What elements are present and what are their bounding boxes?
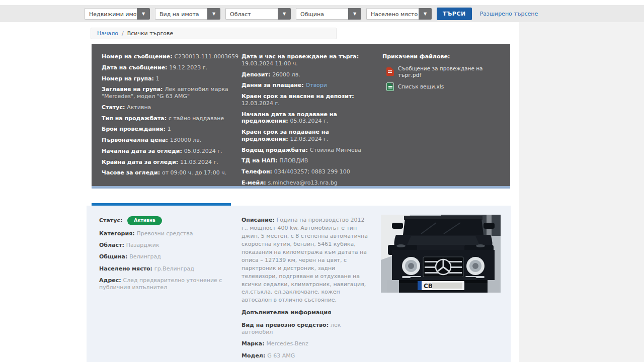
field-row: Адрес: След предварително уточнение с пу…	[99, 277, 236, 292]
field-value: 130000 лв.	[170, 137, 202, 143]
breadcrumb-current: Всички търгове	[127, 30, 173, 37]
file-link-pdf[interactable]: Съобщение за провеждане на търг.pdf	[386, 65, 503, 78]
pdf-file-icon	[386, 67, 394, 76]
field-value: ПЛОВДИВ	[279, 157, 308, 164]
field-label: Община:	[99, 253, 129, 260]
status-row: Статус: Активна	[99, 216, 236, 225]
field-value: гр.Велинград	[154, 265, 194, 272]
field-row: Статус: Активна	[102, 104, 242, 111]
field-label: Депозит:	[242, 71, 272, 78]
vehicle-photo[interactable]: СВ	[381, 215, 501, 293]
field-value: от 09:00 ч. до 17:00 ч.	[162, 169, 226, 176]
file-link-xls[interactable]: Списък вещи.xls	[386, 82, 503, 91]
field-label: ТД на НАП:	[242, 157, 279, 164]
field-row: Краен срок за внасяне на депозит: 12.03.…	[242, 93, 371, 107]
field-value: 1	[168, 126, 171, 132]
auction-panel-column-1: Номер на съобщение: C230013-111-0003659 …	[102, 53, 242, 180]
field-value: 12.03.2024 г.	[242, 100, 280, 107]
chevron-down-icon[interactable]: ▼	[278, 8, 291, 20]
field-label: Часове за огледи:	[102, 169, 162, 176]
field-row: Марка: Mercedes-Benz	[242, 340, 368, 347]
field-value: 034/403257; 0883 299 100	[274, 168, 350, 175]
field-label: Начална дата за огледи:	[102, 148, 184, 154]
status-badge: Активна	[127, 216, 162, 225]
dropdown-settlement[interactable]: Населено място ▼	[366, 8, 432, 20]
field-label: Вид на превозно средство:	[242, 322, 331, 328]
field-label: Номер на съобщение:	[102, 53, 174, 60]
additional-info-header: Допълнителна информация	[242, 309, 368, 316]
right-page-gutter	[519, 22, 644, 362]
dropdown-property-type[interactable]: Вид на имота ▼	[155, 8, 220, 20]
field-value: Mercedes-Benz	[266, 340, 308, 347]
field-label: Брой провеждания:	[102, 126, 168, 132]
dropdown-municipality-value: Община	[296, 8, 348, 20]
field-row: Начална дата за подаване на предложения:…	[242, 111, 371, 125]
field-row: Начална дата за огледи: 05.03.2024 г.	[102, 148, 242, 155]
field-label: Категория:	[99, 230, 136, 237]
field-label: Марка:	[242, 340, 266, 347]
field-label: Заглавие на група:	[102, 86, 165, 93]
field-row: Община: Велинград	[99, 253, 236, 260]
field-label: Данни за плащане:	[242, 82, 306, 88]
auction-summary-panel: Номер на съобщение: C230013-111-0003659 …	[92, 44, 510, 189]
dropdown-municipality[interactable]: Община ▼	[296, 8, 361, 20]
field-value: 11.03.2024 г.	[180, 159, 218, 165]
field-row: Номер на група: 1	[102, 75, 242, 82]
field-row: Населено място: гр.Велинград	[99, 265, 236, 273]
field-value: Стоилка Минчева	[310, 147, 361, 153]
field-row: Телефон: 034/403257; 0883 299 100	[242, 168, 371, 175]
description-label: Описание:	[242, 217, 277, 223]
field-label: Крайна дата за огледи:	[102, 159, 180, 165]
field-label: Статус:	[102, 104, 127, 111]
dropdown-property-category[interactable]: Недвижими имоти ▼	[85, 8, 150, 20]
field-label: Номер на група:	[102, 75, 156, 82]
details-middle-column: Описание: Година на производство 2012 г.…	[242, 216, 368, 362]
attached-files-header: Прикачени файлове:	[382, 53, 503, 60]
field-row: Брой провеждания: 1	[102, 126, 242, 133]
chevron-down-icon[interactable]: ▼	[137, 8, 150, 20]
dropdown-settlement-value: Населено място	[366, 8, 419, 20]
field-value: 05.03.2024 г.	[184, 148, 222, 154]
field-value: Велинград	[129, 253, 161, 260]
chevron-down-icon[interactable]: ▼	[348, 8, 361, 20]
details-left-column: Статус: Активна Категория: Превозни сред…	[99, 216, 236, 296]
field-value: 26000 лв.	[272, 71, 300, 78]
field-row: Категория: Превозни средства	[99, 230, 236, 237]
field-value: Превозни средства	[136, 230, 193, 237]
field-row: Тип на продажбата: с тайно наддаване	[102, 115, 242, 122]
dropdown-region[interactable]: Област ▼	[225, 8, 291, 20]
field-value: s.mincheva@ro13.nra.bg	[268, 179, 338, 186]
field-row: Дата на съобщение: 19.12.2023 г.	[102, 64, 242, 71]
dropdown-property-type-value: Вид на имота	[155, 8, 207, 20]
field-value: 05.03.2024 г.	[290, 118, 328, 124]
payment-open-link[interactable]: Отвори	[306, 82, 327, 88]
field-label: Област:	[99, 242, 126, 248]
auction-detail-page: Недвижими имоти ▼ Вид на имота ▼ Област …	[0, 0, 644, 362]
dropdown-property-category-value: Недвижими имоти	[85, 8, 137, 20]
dropdown-region-value: Област	[225, 8, 278, 20]
field-row: Депозит: 26000 лв.	[242, 71, 371, 78]
status-label: Статус:	[99, 217, 122, 224]
chevron-down-icon[interactable]: ▼	[419, 8, 432, 20]
field-value: Активна	[127, 104, 151, 111]
field-value: 12.03.2024 г.	[290, 136, 328, 142]
field-label: Телефон:	[242, 168, 274, 175]
field-value: C230013-111-0003659	[174, 53, 238, 60]
field-row: Номер на съобщение: C230013-111-0003659	[102, 53, 242, 60]
breadcrumb-home-link[interactable]: Начало	[97, 30, 118, 37]
field-row: Краен срок за подаване на предложения: 1…	[242, 129, 371, 143]
chevron-down-icon[interactable]: ▼	[207, 8, 220, 20]
field-row: Е-мейл: s.mincheva@ro13.nra.bg	[242, 179, 371, 187]
description-paragraph: Описание: Година на производство 2012 г.…	[242, 216, 368, 304]
field-label: Краен срок за внасяне на депозит:	[242, 93, 354, 100]
advanced-search-link[interactable]: Разширено търсене	[480, 11, 538, 17]
field-row: Крайна дата за огледи: 11.03.2024 г.	[102, 159, 242, 166]
xls-file-icon	[386, 82, 394, 91]
field-row: Вид на превозно средство: лек автомобил	[242, 322, 368, 336]
field-row: Област: Пазарджик	[99, 242, 236, 249]
item-details-section: Статус: Активна Категория: Превозни сред…	[87, 206, 511, 362]
field-row: Часове за огледи: от 09:00 ч. до 17:00 ч…	[102, 169, 242, 176]
field-row: Първоначална цена: 130000 лв.	[102, 137, 242, 144]
field-label: Тип на продажбата:	[102, 115, 169, 122]
search-button[interactable]: ТЪРСИ	[437, 8, 472, 20]
